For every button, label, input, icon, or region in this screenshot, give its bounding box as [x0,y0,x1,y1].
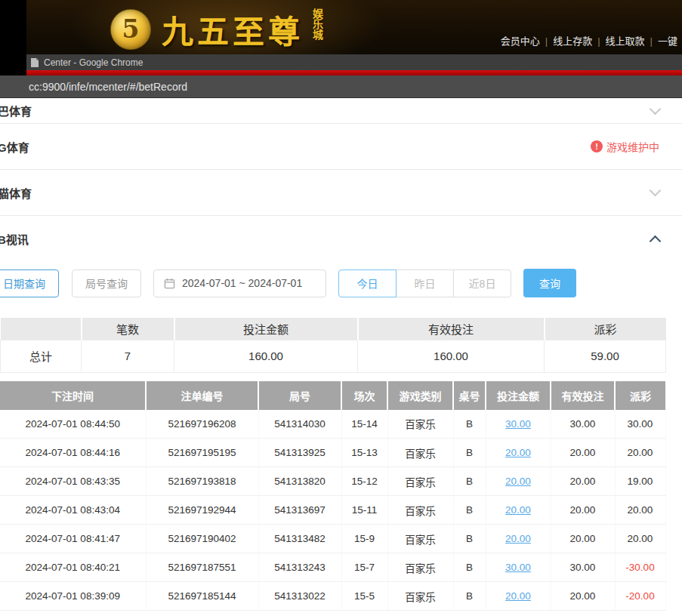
bet-time: 2024-07-01 08:41:47 [0,525,146,553]
bet-record-content: 巴体育 G体育 ! 游戏维护中 猫体育 B视讯 日期查询 局号查询 [0,98,682,611]
maintenance-text: 游戏维护中 [606,139,659,154]
bet-table-body: 2024-07-01 08:44:50 521697196208 5413140… [0,410,665,611]
nav-separator: | [597,35,600,47]
table-row: 2024-07-01 08:39:09 521697185144 5413130… [0,582,665,611]
table-no: B [453,525,486,553]
nav-online-withdraw[interactable]: 线上取款 [606,35,645,47]
site-header: 5 九五至尊 娱乐城 会员中心|线上存款|线上取款|一键 [0,0,682,54]
session: 15-5 [341,582,387,611]
col-bet-time: 下注时间 [0,381,146,410]
chevron-up-icon[interactable] [650,236,662,248]
section-ba-sports[interactable]: 巴体育 [0,98,682,124]
summary-header-valid-bet: 有效投注 [358,318,545,340]
payout: 30.00 [615,410,665,439]
col-session: 场次 [341,381,387,410]
col-valid-bet: 有效投注 [551,381,615,410]
col-bet-amount: 投注金额 [486,381,551,410]
round-id: 541313925 [258,439,341,467]
bet-amount-link[interactable]: 20.00 [486,525,551,553]
bet-amount-link[interactable]: 20.00 [486,467,551,496]
summary-valid-bet: 160.00 [358,340,545,372]
game-type: 百家乐 [387,410,453,439]
date-range-value: 2024-07-01 ~ 2024-07-01 [182,277,302,289]
today-button[interactable]: 今日 [338,270,397,297]
game-type: 百家乐 [387,439,453,467]
bet-time: 2024-07-01 08:43:35 [0,467,146,496]
valid-bet: 20.00 [551,525,615,553]
chevron-down-icon[interactable] [650,185,662,197]
bet-id: 521697195195 [146,439,258,467]
valid-bet: 20.00 [551,467,615,496]
bet-amount-link[interactable]: 20.00 [486,496,551,525]
date-query-button[interactable]: 日期查询 [0,270,59,297]
col-bet-id: 注单编号 [146,381,258,410]
valid-bet: 30.00 [551,553,615,582]
top-nav: 会员中心|线上存款|线上取款|一键 [501,33,677,48]
table-no: B [453,439,486,467]
game-type: 百家乐 [387,496,453,525]
payout: -30.00 [615,553,665,582]
round-id: 541313820 [258,467,341,496]
session: 15-7 [341,553,387,582]
valid-bet: 30.00 [551,410,615,439]
search-button[interactable]: 查询 [523,269,576,297]
nav-one-click[interactable]: 一键 [658,35,677,47]
warning-icon: ! [591,140,603,152]
section-mao-sports[interactable]: 猫体育 [0,170,682,216]
nav-separator: | [545,35,548,47]
round-query-button[interactable]: 局号查询 [72,270,141,297]
section-label: B视讯 [0,231,29,247]
summary-count: 7 [82,340,174,372]
last-8-days-button[interactable]: 近8日 [453,270,511,297]
table-no: B [453,467,486,496]
screen: 5 九五至尊 娱乐城 会员中心|线上存款|线上取款|一键 Center - Go… [0,0,682,616]
browser-titlebar[interactable]: Center - Google Chrome [0,54,682,70]
table-row: 2024-07-01 08:40:21 521697187551 5413132… [0,553,665,582]
section-b-live[interactable]: B视讯 [0,216,682,262]
site-logo[interactable]: 5 九五至尊 娱乐城 [110,6,323,52]
section-label: 猫体育 [0,185,32,201]
round-id: 541313482 [258,525,341,553]
notice-strip [0,70,682,75]
bet-table-header-row: 下注时间 注单编号 局号 场次 游戏类别 桌号 投注金额 有效投注 派彩 [0,381,665,410]
valid-bet: 20.00 [551,496,615,525]
summary-header-payout: 派彩 [545,318,666,340]
bet-amount-link[interactable]: 30.00 [486,410,551,439]
page-icon [30,57,39,68]
summary-total-row: 总计 7 160.00 160.00 59.00 [1,340,666,372]
yesterday-button[interactable]: 昨日 [396,270,454,297]
calendar-icon [164,278,175,289]
bet-time: 2024-07-01 08:44:50 [0,410,146,439]
round-id: 541314030 [258,410,341,439]
nav-online-deposit[interactable]: 线上存款 [553,35,592,47]
table-row: 2024-07-01 08:41:47 521697190402 5413134… [0,525,665,553]
table-row: 2024-07-01 08:44:50 521697196208 5413140… [0,410,665,439]
bet-id: 521697192944 [146,496,258,525]
browser-addressbar[interactable]: cc:9900/infe/mcenter/#/betRecord [0,75,682,98]
col-round-id: 局号 [258,381,341,410]
game-type: 百家乐 [387,582,453,611]
section-g-sports[interactable]: G体育 ! 游戏维护中 [0,124,682,170]
session: 15-9 [341,525,387,553]
bet-record-table: 下注时间 注单编号 局号 场次 游戏类别 桌号 投注金额 有效投注 派彩 202… [0,381,666,611]
bet-time: 2024-07-01 08:40:21 [0,553,146,582]
date-range-picker[interactable]: 2024-07-01 ~ 2024-07-01 [153,270,326,297]
summary-header-blank [1,318,82,340]
table-row: 2024-07-01 08:43:35 521697193818 5413138… [0,467,665,496]
valid-bet: 20.00 [551,439,615,467]
payout: 20.00 [615,439,665,467]
bet-amount-link[interactable]: 30.00 [486,553,551,582]
window-title: Center - Google Chrome [44,57,143,68]
chevron-down-icon[interactable] [650,103,662,115]
summary-total-label: 总计 [1,340,82,372]
table-no: B [453,582,486,611]
table-row: 2024-07-01 08:44:16 521697195195 5413139… [0,439,665,467]
logo-coin-icon: 5 [110,9,151,50]
game-type: 百家乐 [387,553,453,582]
summary-table: 笔数 投注金额 有效投注 派彩 总计 7 160.00 160.00 59.00 [0,318,666,373]
bet-amount-link[interactable]: 20.00 [486,582,551,611]
bet-amount-link[interactable]: 20.00 [486,439,551,467]
nav-member-center[interactable]: 会员中心 [501,35,540,47]
table-no: B [453,410,486,439]
bet-id: 521697185144 [146,582,258,611]
